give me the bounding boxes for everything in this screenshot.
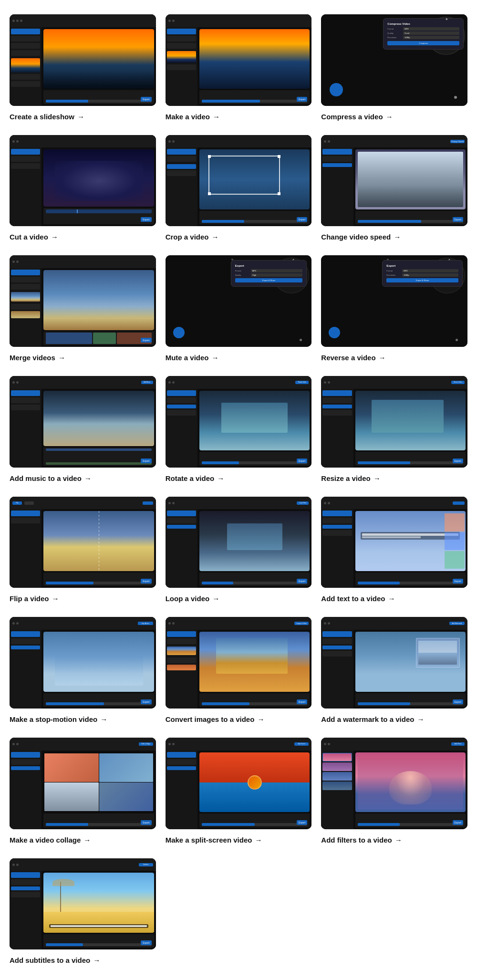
card-label-merge-videos: Merge videos → bbox=[10, 354, 156, 362]
card-add-watermark[interactable]: Add Watermark bbox=[321, 617, 467, 723]
thumb-convert-images: Images to Video bbox=[166, 617, 312, 709]
card-label-resize-video: Resize a video → bbox=[321, 474, 467, 482]
card-mute-video[interactable]: ✦ Export FormatMP4 QualityHigh Export & … bbox=[166, 255, 312, 362]
card-add-subtitles[interactable]: Subtitles bbox=[10, 858, 156, 965]
label-text: Add a watermark to a video bbox=[321, 715, 414, 723]
card-add-text[interactable]: Export Add text to a video → bbox=[321, 497, 467, 603]
card-make-video[interactable]: Export Make a video → bbox=[166, 14, 312, 121]
arrow-icon: → bbox=[217, 474, 224, 482]
card-label-convert-images: Convert images to a video → bbox=[166, 715, 312, 723]
card-label-make-video: Make a video → bbox=[166, 113, 312, 121]
card-crop-video[interactable]: Export Crop a video → bbox=[166, 135, 312, 241]
card-stop-motion[interactable]: Stop Motion bbox=[10, 617, 156, 723]
arrow-icon: → bbox=[77, 113, 84, 121]
card-video-collage[interactable]: Video Collage bbox=[10, 738, 156, 844]
arrow-icon: → bbox=[373, 474, 381, 482]
label-text: Make a stop-motion video bbox=[10, 715, 97, 723]
card-add-music[interactable]: Add Music bbox=[10, 376, 156, 482]
arrow-icon: → bbox=[379, 354, 386, 362]
card-label-add-music: Add music to a video → bbox=[10, 474, 156, 482]
thumb-add-subtitles: Subtitles bbox=[10, 858, 156, 950]
thumb-resize-video: Resize Video bbox=[321, 376, 467, 468]
arrow-icon: → bbox=[212, 233, 219, 241]
card-label-split-screen: Make a split-screen video → bbox=[166, 836, 312, 844]
label-text: Compress a video bbox=[321, 113, 383, 121]
card-label-stop-motion: Make a stop-motion video → bbox=[10, 715, 156, 723]
thumb-flip-video: Flip bbox=[10, 497, 156, 588]
thumb-compress-video: Compress Video FormatMP4 QualityGood Res… bbox=[321, 14, 467, 106]
thumb-video-collage: Video Collage bbox=[10, 738, 156, 829]
label-text: Merge videos bbox=[10, 354, 55, 362]
thumb-split-screen: Split Screen bbox=[166, 738, 312, 829]
thumb-crop-video: Export bbox=[166, 135, 312, 227]
card-resize-video[interactable]: Resize Video bbox=[321, 376, 467, 482]
card-label-add-watermark: Add a watermark to a video → bbox=[321, 715, 467, 723]
card-reverse-video[interactable]: ✦ Export FormatMP4 Resolution1080p Expor… bbox=[321, 255, 467, 362]
arrow-icon: → bbox=[395, 836, 402, 844]
label-text: Crop a video bbox=[166, 233, 209, 241]
label-text: Change video speed bbox=[321, 233, 391, 241]
label-text: Resize a video bbox=[321, 474, 370, 482]
card-add-filters[interactable]: Add Filters bbox=[321, 738, 467, 844]
card-loop-video[interactable]: Loop Video bbox=[166, 497, 312, 603]
label-text: Add text to a video bbox=[321, 594, 385, 603]
arrow-icon: → bbox=[212, 594, 219, 603]
arrow-icon: → bbox=[388, 594, 395, 603]
thumb-merge-videos: Export bbox=[10, 255, 156, 347]
thumb-create-slideshow: Export bbox=[10, 14, 156, 106]
arrow-icon: → bbox=[394, 233, 401, 241]
label-text: Reverse a video bbox=[321, 354, 375, 362]
thumb-make-video: Export bbox=[166, 14, 312, 106]
card-grid: Export Create a slideshow → bbox=[5, 10, 472, 969]
card-label-compress-video: Compress a video → bbox=[321, 113, 467, 121]
arrow-icon: → bbox=[83, 836, 91, 844]
arrow-icon: → bbox=[417, 715, 424, 723]
card-split-screen[interactable]: Split Screen bbox=[166, 738, 312, 844]
card-change-speed[interactable]: Change Speed bbox=[321, 135, 467, 241]
thumb-cut-video: Export bbox=[10, 135, 156, 227]
card-label-cut-video: Cut a video → bbox=[10, 233, 156, 241]
thumb-add-filters: Add Filters bbox=[321, 738, 467, 829]
card-label-add-text: Add text to a video → bbox=[321, 594, 467, 603]
arrow-icon: → bbox=[58, 354, 65, 362]
thumb-add-watermark: Add Watermark bbox=[321, 617, 467, 709]
thumb-add-music: Add Music bbox=[10, 376, 156, 468]
card-merge-videos[interactable]: Export Merge videos → bbox=[10, 255, 156, 362]
thumb-change-speed: Change Speed bbox=[321, 135, 467, 227]
card-cut-video[interactable]: Export Cut a video → bbox=[10, 135, 156, 241]
label-text: Mute a video bbox=[166, 354, 209, 362]
card-label-flip-video: Flip a video → bbox=[10, 594, 156, 603]
card-compress-video[interactable]: Compress Video FormatMP4 QualityGood Res… bbox=[321, 14, 467, 121]
label-text: Flip a video bbox=[10, 594, 49, 603]
card-rotate-video[interactable]: Rotate Video bbox=[166, 376, 312, 482]
card-label-reverse-video: Reverse a video → bbox=[321, 354, 467, 362]
label-text: Cut a video bbox=[10, 233, 48, 241]
card-flip-video[interactable]: Flip bbox=[10, 497, 156, 603]
arrow-icon: → bbox=[255, 836, 262, 844]
arrow-icon: → bbox=[213, 113, 220, 121]
card-label-video-collage: Make a video collage → bbox=[10, 836, 156, 844]
card-label-create-slideshow: Create a slideshow → bbox=[10, 113, 156, 121]
label-text: Add music to a video bbox=[10, 474, 82, 482]
arrow-icon: → bbox=[84, 474, 92, 482]
label-text: Create a slideshow bbox=[10, 113, 74, 121]
card-create-slideshow[interactable]: Export Create a slideshow → bbox=[10, 14, 156, 121]
card-label-add-subtitles: Add subtitles to a video → bbox=[10, 956, 156, 964]
label-text: Add subtitles to a video bbox=[10, 956, 90, 964]
thumb-stop-motion: Stop Motion bbox=[10, 617, 156, 709]
label-text: Loop a video bbox=[166, 594, 210, 603]
card-label-change-speed: Change video speed → bbox=[321, 233, 467, 241]
label-text: Make a video collage bbox=[10, 836, 81, 844]
arrow-icon: → bbox=[386, 113, 393, 121]
label-text: Convert images to a video bbox=[166, 715, 255, 723]
thumb-loop-video: Loop Video bbox=[166, 497, 312, 588]
card-convert-images[interactable]: Images to Video bbox=[166, 617, 312, 723]
card-label-loop-video: Loop a video → bbox=[166, 594, 312, 603]
arrow-icon: → bbox=[52, 594, 59, 603]
card-label-rotate-video: Rotate a video → bbox=[166, 474, 312, 482]
label-text: Make a video bbox=[166, 113, 210, 121]
card-label-mute-video: Mute a video → bbox=[166, 354, 312, 362]
card-label-add-filters: Add filters to a video → bbox=[321, 836, 467, 844]
thumb-mute-video: ✦ Export FormatMP4 QualityHigh Export & … bbox=[166, 255, 312, 347]
thumb-add-text: Export bbox=[321, 497, 467, 588]
